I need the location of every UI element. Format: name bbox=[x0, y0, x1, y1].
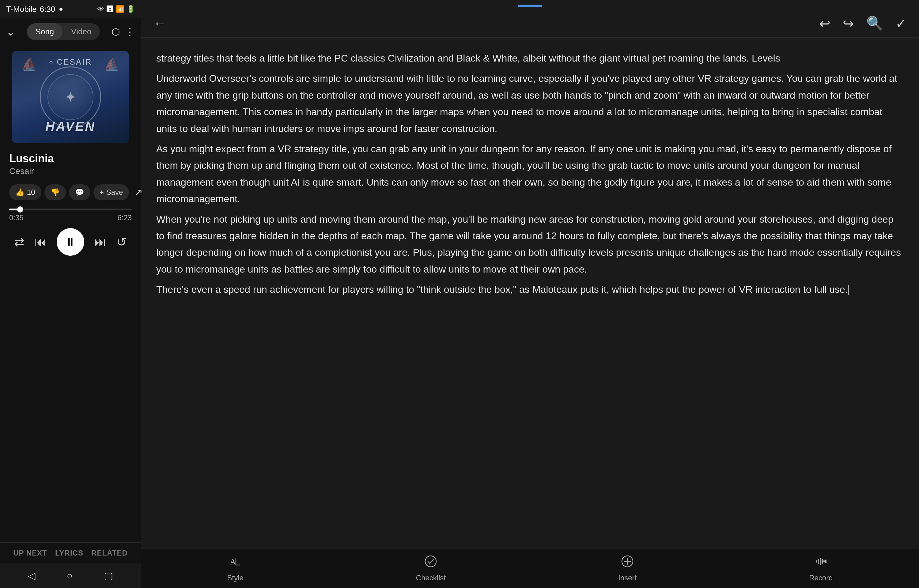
previous-icon: ⏮ bbox=[35, 235, 47, 249]
top-controls: ⌄ Song Video ⬡ ⋮ bbox=[0, 18, 141, 45]
cast-button[interactable]: ⬡ bbox=[111, 26, 120, 38]
back-nav-button[interactable]: ◁ bbox=[28, 570, 36, 582]
tab-up-next[interactable]: UP NEXT bbox=[13, 549, 47, 557]
record-icon bbox=[814, 555, 828, 571]
checklist-icon bbox=[424, 555, 438, 571]
progress-section: 0:35 6:23 bbox=[0, 205, 141, 225]
shuffle-icon: ⇄ bbox=[14, 235, 24, 249]
redo-button[interactable]: ↪ bbox=[843, 16, 854, 31]
paragraph-2: Underworld Overseer's controls are simpl… bbox=[156, 70, 904, 137]
drag-handle[interactable] bbox=[141, 0, 919, 9]
song-artist: Cesair bbox=[9, 166, 132, 176]
save-button[interactable]: + Save bbox=[94, 184, 129, 200]
record-label: Record bbox=[809, 573, 833, 582]
home-nav-icon: ○ bbox=[67, 570, 73, 581]
style-icon: A bbox=[229, 555, 242, 571]
svg-rect-12 bbox=[825, 559, 827, 563]
back-nav-icon: ◁ bbox=[28, 570, 36, 581]
svg-rect-10 bbox=[822, 559, 823, 564]
repeat-icon: ↺ bbox=[116, 235, 127, 249]
status-left: T-Mobile 6:30 bbox=[6, 5, 63, 14]
svg-point-3 bbox=[425, 556, 436, 567]
nav-bar: ◁ ○ ▢ bbox=[0, 564, 141, 588]
chevron-down-button[interactable]: ⌄ bbox=[6, 26, 15, 38]
pause-icon: ⏸ bbox=[65, 236, 76, 248]
dislike-button[interactable]: 👎 bbox=[44, 184, 66, 200]
progress-fill bbox=[9, 208, 20, 210]
playback-controls: ⇄ ⏮ ⏸ ⏭ ↺ bbox=[0, 225, 141, 262]
style-label: Style bbox=[227, 573, 243, 582]
drag-indicator bbox=[518, 5, 542, 7]
home-nav-button[interactable]: ○ bbox=[67, 570, 73, 582]
undo-button[interactable]: ↩ bbox=[819, 16, 830, 31]
paragraph-4: When you're not picking up units and mov… bbox=[156, 211, 904, 278]
checklist-label: Checklist bbox=[416, 573, 446, 582]
checklist-toolbar-button[interactable]: Checklist bbox=[416, 555, 446, 582]
thumbs-down-icon: 👎 bbox=[50, 188, 60, 197]
editor-bottom-toolbar: A Style Checklist bbox=[141, 548, 919, 588]
share-icon: ↗ bbox=[134, 187, 143, 198]
progress-thumb[interactable] bbox=[17, 207, 23, 213]
album-ring-outer: ✦ bbox=[40, 66, 101, 128]
search-icon: 🔍 bbox=[866, 16, 883, 31]
time-label: 6:30 bbox=[40, 5, 55, 14]
svg-rect-8 bbox=[818, 559, 819, 564]
action-buttons: 👍 10 👎 💬 + Save ↗ bbox=[0, 179, 141, 205]
insert-label: Insert bbox=[618, 573, 636, 582]
redo-icon: ↪ bbox=[843, 16, 854, 31]
recents-nav-button[interactable]: ▢ bbox=[104, 570, 113, 582]
editor-content[interactable]: strategy titles that feels a little bit … bbox=[141, 38, 919, 548]
paragraph-1: strategy titles that feels a little bit … bbox=[156, 50, 904, 66]
progress-bar[interactable] bbox=[9, 208, 132, 210]
video-tab-button[interactable]: Video bbox=[63, 23, 100, 40]
pause-button[interactable]: ⏸ bbox=[57, 228, 84, 256]
checkmark-icon: ✓ bbox=[895, 16, 907, 31]
editor-topbar-right: ↩ ↪ 🔍 ✓ bbox=[819, 15, 907, 31]
song-title: Luscinia bbox=[9, 152, 132, 165]
confirm-button[interactable]: ✓ bbox=[895, 16, 907, 31]
paragraph-5: There's even a speed run achievement for… bbox=[156, 281, 904, 298]
save-icon: + bbox=[100, 188, 104, 197]
recents-nav-icon: ▢ bbox=[104, 570, 113, 581]
repeat-button[interactable]: ↺ bbox=[116, 235, 127, 249]
tab-related[interactable]: RELATED bbox=[91, 549, 128, 557]
like-button[interactable]: 👍 10 bbox=[9, 184, 41, 200]
share-button[interactable]: ↗ bbox=[132, 184, 145, 200]
music-player-panel: T-Mobile 6:30 👁 🅱 📶 🔋 ⌄ Song Video ⬡ ⋮ ⛵ bbox=[0, 0, 141, 588]
album-artist-logo: ○ CESAIR bbox=[12, 57, 129, 67]
carrier-label: T-Mobile bbox=[6, 5, 37, 14]
song-info: Luscinia Cesair bbox=[0, 149, 141, 179]
album-ring-inner: ✦ bbox=[47, 74, 94, 120]
next-button[interactable]: ⏭ bbox=[94, 235, 106, 249]
style-toolbar-button[interactable]: A Style bbox=[227, 555, 243, 582]
more-options-button[interactable]: ⋮ bbox=[125, 26, 135, 38]
battery-icon: 🔋 bbox=[126, 5, 135, 13]
status-bar: T-Mobile 6:30 👁 🅱 📶 🔋 bbox=[0, 0, 141, 18]
next-icon: ⏭ bbox=[94, 235, 106, 249]
svg-text:A: A bbox=[230, 557, 236, 566]
time-row: 0:35 6:23 bbox=[9, 213, 132, 222]
svg-rect-9 bbox=[820, 558, 821, 565]
bottom-tabs: UP NEXT LYRICS RELATED bbox=[0, 542, 141, 564]
shuffle-button[interactable]: ⇄ bbox=[14, 235, 24, 249]
time-current: 0:35 bbox=[9, 213, 24, 222]
undo-icon: ↩ bbox=[819, 16, 830, 31]
song-tab-button[interactable]: Song bbox=[27, 23, 63, 40]
visibility-icon: 👁 bbox=[97, 5, 104, 13]
previous-button[interactable]: ⏮ bbox=[35, 235, 47, 249]
status-right: 👁 🅱 📶 🔋 bbox=[97, 5, 135, 13]
tab-lyrics[interactable]: LYRICS bbox=[55, 549, 83, 557]
back-button[interactable]: ← bbox=[153, 16, 166, 31]
view-toggle: Song Video bbox=[27, 23, 100, 40]
editor-topbar: ← ↩ ↪ 🔍 ✓ bbox=[141, 9, 919, 38]
signal-icon: 📶 bbox=[116, 5, 124, 13]
time-total: 6:23 bbox=[117, 213, 132, 222]
record-toolbar-button[interactable]: Record bbox=[809, 555, 833, 582]
insert-toolbar-button[interactable]: Insert bbox=[618, 555, 636, 582]
album-title-overlay: HAVEN bbox=[12, 119, 129, 134]
svg-rect-11 bbox=[824, 560, 825, 562]
album-art: ⛵ ⛵ ✦ ○ CESAIR HAVEN bbox=[12, 51, 129, 143]
search-button[interactable]: 🔍 bbox=[866, 15, 883, 31]
comments-button[interactable]: 💬 bbox=[69, 184, 90, 200]
text-cursor bbox=[848, 285, 848, 295]
